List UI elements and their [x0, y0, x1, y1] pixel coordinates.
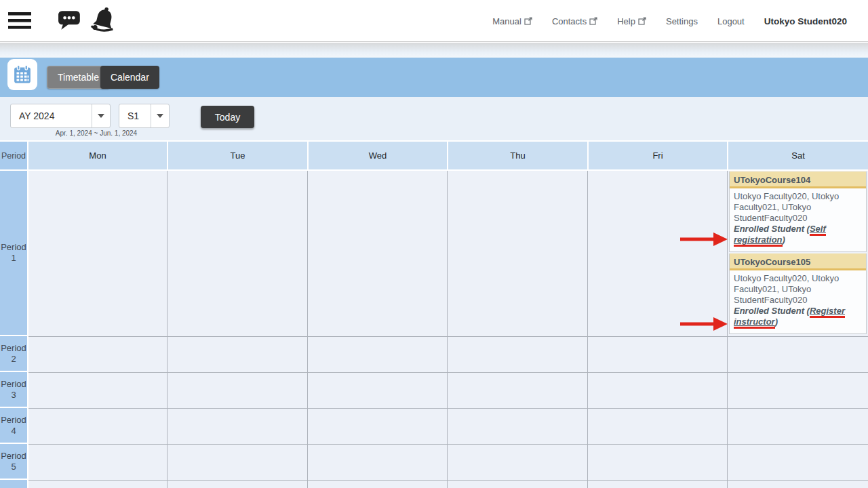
hamburger-menu-icon[interactable]	[7, 11, 32, 30]
enrolled-suffix: )	[783, 235, 785, 245]
timetable-page: Manual Contacts Help	[0, 0, 868, 488]
app-header: Manual Contacts Help	[0, 0, 868, 42]
course-card-utokyocourse105[interactable]: UTokyoCourse105 Utokyo Faculty020, Utoky…	[729, 253, 867, 334]
notification-bell-icon[interactable]	[90, 6, 117, 35]
column-header-wed: Wed	[309, 142, 447, 169]
grid-line-v	[587, 171, 588, 488]
nav-help[interactable]: Help	[617, 16, 646, 26]
period-word: Period	[1, 379, 26, 390]
top-nav: Manual Contacts Help	[492, 0, 847, 42]
grid-line-v	[447, 171, 448, 488]
academic-year-value: AY 2024	[11, 104, 92, 127]
column-header-tue: Tue	[168, 142, 307, 169]
grid-line-h	[28, 408, 868, 409]
nav-logout[interactable]: Logout	[717, 16, 745, 26]
grid-line-h	[28, 444, 868, 445]
term-select[interactable]: S1	[119, 104, 170, 128]
grid-line-h	[28, 480, 868, 481]
course-details: Utokyo Faculty020, Utokyo Faculty021, UT…	[730, 270, 866, 327]
term-value: S1	[119, 104, 151, 127]
today-button[interactable]: Today	[201, 106, 254, 128]
course-title: UTokyoCourse105	[730, 253, 866, 270]
external-link-icon	[589, 17, 597, 25]
row-header-period-2: Period 2	[0, 336, 27, 371]
row-header-period-5: Period 5	[0, 444, 27, 479]
period-word: Period	[1, 242, 26, 253]
filter-bar: AY 2024 S1 Today Apr. 1, 2024 ~ Jun. 1, …	[0, 97, 868, 140]
chevron-down-icon	[92, 104, 110, 127]
column-header-sat: Sat	[728, 142, 868, 169]
enrolled-status: Enrolled Student (Self registration)	[734, 224, 862, 245]
timetable-module-icon	[7, 59, 37, 90]
period-number: 5	[11, 462, 16, 472]
enrolled-suffix: )	[775, 317, 778, 327]
header-shadow-strip	[0, 43, 868, 58]
row-header-period-1: Period 1	[0, 171, 27, 335]
enrolled-prefix: Enrolled Student (	[734, 306, 810, 316]
tab-calendar[interactable]: Calendar	[100, 66, 159, 89]
enrolled-status: Enrolled Student (Register instructor)	[734, 306, 862, 327]
period-number: 1	[11, 253, 16, 264]
grid-line-v	[167, 171, 167, 488]
period-number: 4	[11, 426, 16, 436]
user-name: Utokyo Student020	[764, 16, 847, 26]
row-header-period-3: Period 3	[0, 372, 27, 407]
row-header-period-4: Period 4	[0, 408, 27, 443]
external-link-icon	[524, 17, 532, 25]
external-link-icon	[638, 17, 646, 25]
course-details: Utokyo Faculty020, Utokyo Faculty021, UT…	[730, 188, 866, 245]
course-faculty: Utokyo Faculty020, Utokyo Faculty021, UT…	[734, 191, 839, 223]
chevron-down-icon	[151, 104, 169, 127]
row-header-period-6-partial	[0, 480, 27, 488]
calendar-icon	[12, 64, 33, 85]
period-word: Period	[1, 451, 26, 462]
column-header-thu: Thu	[448, 142, 587, 169]
annotation-arrow-register-instructor	[678, 314, 728, 333]
nav-logout-label: Logout	[717, 16, 745, 26]
period-word: Period	[1, 343, 26, 354]
period-number: 3	[11, 390, 16, 401]
period-word: Period	[1, 415, 26, 426]
grid-line-v	[307, 171, 308, 488]
nav-help-label: Help	[617, 16, 635, 26]
course-card-utokyocourse104[interactable]: UTokyoCourse104 Utokyo Faculty020, Utoky…	[729, 171, 867, 252]
annotation-arrow-self-registration	[678, 230, 728, 249]
nav-contacts-label: Contacts	[552, 16, 587, 26]
column-header-mon: Mon	[28, 142, 167, 169]
grid-line-h	[28, 372, 868, 373]
column-header-fri: Fri	[589, 142, 727, 169]
nav-settings[interactable]: Settings	[666, 16, 698, 26]
chat-icon[interactable]	[58, 9, 82, 32]
period-number: 2	[11, 354, 16, 365]
nav-manual[interactable]: Manual	[492, 16, 532, 26]
nav-contacts[interactable]: Contacts	[552, 16, 597, 26]
column-header-period: Period	[0, 142, 27, 169]
grid-line-h	[28, 336, 868, 337]
enrolled-prefix: Enrolled Student (	[734, 224, 810, 234]
course-title: UTokyoCourse104	[730, 171, 866, 188]
date-range-label: Apr. 1, 2024 ~ Jun. 1, 2024	[28, 129, 164, 137]
module-banner: Timetable Calendar	[0, 58, 868, 97]
nav-manual-label: Manual	[492, 16, 521, 26]
nav-settings-label: Settings	[666, 16, 698, 26]
academic-year-select[interactable]: AY 2024	[10, 104, 111, 128]
course-faculty: Utokyo Faculty020, Utokyo Faculty021, UT…	[734, 273, 839, 305]
